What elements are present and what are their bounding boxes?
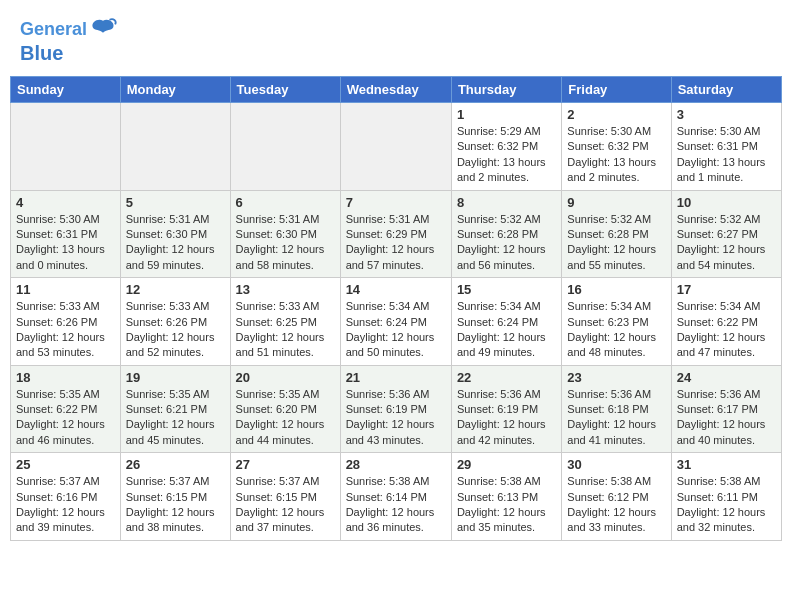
day-info: Sunrise: 5:30 AM Sunset: 6:31 PM Dayligh…	[677, 124, 776, 186]
logo-bird-icon	[89, 16, 117, 44]
day-info: Sunrise: 5:36 AM Sunset: 6:18 PM Dayligh…	[567, 387, 665, 449]
calendar-week-1: 1Sunrise: 5:29 AM Sunset: 6:32 PM Daylig…	[11, 103, 782, 191]
calendar-cell: 28Sunrise: 5:38 AM Sunset: 6:14 PM Dayli…	[340, 453, 451, 541]
day-number: 14	[346, 282, 446, 297]
calendar-cell: 14Sunrise: 5:34 AM Sunset: 6:24 PM Dayli…	[340, 278, 451, 366]
day-info: Sunrise: 5:38 AM Sunset: 6:14 PM Dayligh…	[346, 474, 446, 536]
day-info: Sunrise: 5:34 AM Sunset: 6:22 PM Dayligh…	[677, 299, 776, 361]
day-info: Sunrise: 5:36 AM Sunset: 6:19 PM Dayligh…	[346, 387, 446, 449]
calendar-cell: 27Sunrise: 5:37 AM Sunset: 6:15 PM Dayli…	[230, 453, 340, 541]
day-number: 27	[236, 457, 335, 472]
calendar-cell: 10Sunrise: 5:32 AM Sunset: 6:27 PM Dayli…	[671, 190, 781, 278]
day-info: Sunrise: 5:33 AM Sunset: 6:25 PM Dayligh…	[236, 299, 335, 361]
calendar-cell: 13Sunrise: 5:33 AM Sunset: 6:25 PM Dayli…	[230, 278, 340, 366]
day-info: Sunrise: 5:38 AM Sunset: 6:11 PM Dayligh…	[677, 474, 776, 536]
day-number: 10	[677, 195, 776, 210]
day-info: Sunrise: 5:36 AM Sunset: 6:17 PM Dayligh…	[677, 387, 776, 449]
calendar-cell: 22Sunrise: 5:36 AM Sunset: 6:19 PM Dayli…	[451, 365, 561, 453]
day-info: Sunrise: 5:37 AM Sunset: 6:16 PM Dayligh…	[16, 474, 115, 536]
calendar-header-friday: Friday	[562, 77, 671, 103]
day-number: 13	[236, 282, 335, 297]
logo: General Blue	[20, 16, 117, 64]
day-info: Sunrise: 5:38 AM Sunset: 6:13 PM Dayligh…	[457, 474, 556, 536]
calendar-week-3: 11Sunrise: 5:33 AM Sunset: 6:26 PM Dayli…	[11, 278, 782, 366]
day-number: 25	[16, 457, 115, 472]
day-number: 15	[457, 282, 556, 297]
calendar-cell: 12Sunrise: 5:33 AM Sunset: 6:26 PM Dayli…	[120, 278, 230, 366]
calendar-cell: 2Sunrise: 5:30 AM Sunset: 6:32 PM Daylig…	[562, 103, 671, 191]
logo-blue-text: Blue	[20, 42, 63, 64]
day-number: 29	[457, 457, 556, 472]
calendar-cell: 7Sunrise: 5:31 AM Sunset: 6:29 PM Daylig…	[340, 190, 451, 278]
calendar-header-sunday: Sunday	[11, 77, 121, 103]
calendar-cell: 20Sunrise: 5:35 AM Sunset: 6:20 PM Dayli…	[230, 365, 340, 453]
day-number: 23	[567, 370, 665, 385]
day-number: 4	[16, 195, 115, 210]
day-info: Sunrise: 5:31 AM Sunset: 6:30 PM Dayligh…	[236, 212, 335, 274]
calendar-cell: 17Sunrise: 5:34 AM Sunset: 6:22 PM Dayli…	[671, 278, 781, 366]
day-number: 16	[567, 282, 665, 297]
calendar-cell: 26Sunrise: 5:37 AM Sunset: 6:15 PM Dayli…	[120, 453, 230, 541]
calendar-header-tuesday: Tuesday	[230, 77, 340, 103]
calendar-cell: 21Sunrise: 5:36 AM Sunset: 6:19 PM Dayli…	[340, 365, 451, 453]
day-number: 28	[346, 457, 446, 472]
day-info: Sunrise: 5:34 AM Sunset: 6:23 PM Dayligh…	[567, 299, 665, 361]
calendar-cell: 9Sunrise: 5:32 AM Sunset: 6:28 PM Daylig…	[562, 190, 671, 278]
calendar-header-monday: Monday	[120, 77, 230, 103]
day-number: 2	[567, 107, 665, 122]
day-number: 18	[16, 370, 115, 385]
day-info: Sunrise: 5:32 AM Sunset: 6:28 PM Dayligh…	[457, 212, 556, 274]
page-header: General Blue	[0, 0, 792, 68]
calendar-cell: 11Sunrise: 5:33 AM Sunset: 6:26 PM Dayli…	[11, 278, 121, 366]
day-number: 26	[126, 457, 225, 472]
day-number: 24	[677, 370, 776, 385]
day-info: Sunrise: 5:30 AM Sunset: 6:32 PM Dayligh…	[567, 124, 665, 186]
calendar-cell: 25Sunrise: 5:37 AM Sunset: 6:16 PM Dayli…	[11, 453, 121, 541]
calendar-cell: 18Sunrise: 5:35 AM Sunset: 6:22 PM Dayli…	[11, 365, 121, 453]
calendar-cell: 3Sunrise: 5:30 AM Sunset: 6:31 PM Daylig…	[671, 103, 781, 191]
calendar-cell: 6Sunrise: 5:31 AM Sunset: 6:30 PM Daylig…	[230, 190, 340, 278]
day-number: 31	[677, 457, 776, 472]
calendar-cell: 30Sunrise: 5:38 AM Sunset: 6:12 PM Dayli…	[562, 453, 671, 541]
day-info: Sunrise: 5:35 AM Sunset: 6:22 PM Dayligh…	[16, 387, 115, 449]
day-number: 9	[567, 195, 665, 210]
day-number: 21	[346, 370, 446, 385]
calendar-week-5: 25Sunrise: 5:37 AM Sunset: 6:16 PM Dayli…	[11, 453, 782, 541]
day-number: 8	[457, 195, 556, 210]
day-info: Sunrise: 5:34 AM Sunset: 6:24 PM Dayligh…	[346, 299, 446, 361]
day-info: Sunrise: 5:37 AM Sunset: 6:15 PM Dayligh…	[126, 474, 225, 536]
day-number: 22	[457, 370, 556, 385]
day-info: Sunrise: 5:33 AM Sunset: 6:26 PM Dayligh…	[16, 299, 115, 361]
day-number: 19	[126, 370, 225, 385]
calendar-cell: 31Sunrise: 5:38 AM Sunset: 6:11 PM Dayli…	[671, 453, 781, 541]
day-number: 1	[457, 107, 556, 122]
day-info: Sunrise: 5:32 AM Sunset: 6:28 PM Dayligh…	[567, 212, 665, 274]
calendar-cell: 23Sunrise: 5:36 AM Sunset: 6:18 PM Dayli…	[562, 365, 671, 453]
calendar-table: SundayMondayTuesdayWednesdayThursdayFrid…	[10, 76, 782, 541]
day-number: 7	[346, 195, 446, 210]
day-info: Sunrise: 5:31 AM Sunset: 6:29 PM Dayligh…	[346, 212, 446, 274]
calendar-header-saturday: Saturday	[671, 77, 781, 103]
day-number: 17	[677, 282, 776, 297]
day-number: 5	[126, 195, 225, 210]
calendar-cell: 4Sunrise: 5:30 AM Sunset: 6:31 PM Daylig…	[11, 190, 121, 278]
calendar-cell	[230, 103, 340, 191]
day-info: Sunrise: 5:30 AM Sunset: 6:31 PM Dayligh…	[16, 212, 115, 274]
day-number: 3	[677, 107, 776, 122]
day-info: Sunrise: 5:35 AM Sunset: 6:20 PM Dayligh…	[236, 387, 335, 449]
day-info: Sunrise: 5:32 AM Sunset: 6:27 PM Dayligh…	[677, 212, 776, 274]
day-number: 11	[16, 282, 115, 297]
day-info: Sunrise: 5:37 AM Sunset: 6:15 PM Dayligh…	[236, 474, 335, 536]
day-number: 12	[126, 282, 225, 297]
calendar-cell: 8Sunrise: 5:32 AM Sunset: 6:28 PM Daylig…	[451, 190, 561, 278]
day-info: Sunrise: 5:31 AM Sunset: 6:30 PM Dayligh…	[126, 212, 225, 274]
day-info: Sunrise: 5:35 AM Sunset: 6:21 PM Dayligh…	[126, 387, 225, 449]
day-info: Sunrise: 5:36 AM Sunset: 6:19 PM Dayligh…	[457, 387, 556, 449]
calendar-cell: 5Sunrise: 5:31 AM Sunset: 6:30 PM Daylig…	[120, 190, 230, 278]
calendar-header-wednesday: Wednesday	[340, 77, 451, 103]
calendar-cell	[11, 103, 121, 191]
calendar-cell: 1Sunrise: 5:29 AM Sunset: 6:32 PM Daylig…	[451, 103, 561, 191]
calendar-week-2: 4Sunrise: 5:30 AM Sunset: 6:31 PM Daylig…	[11, 190, 782, 278]
day-info: Sunrise: 5:29 AM Sunset: 6:32 PM Dayligh…	[457, 124, 556, 186]
day-number: 30	[567, 457, 665, 472]
